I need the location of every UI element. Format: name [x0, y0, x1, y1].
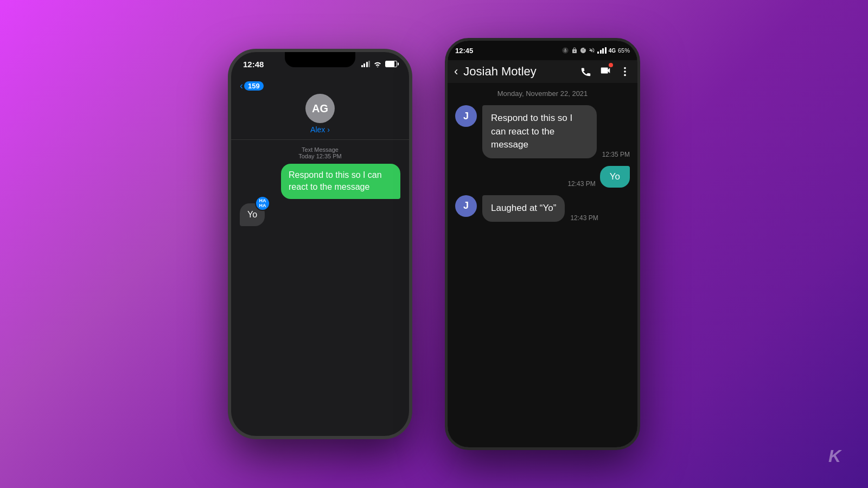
incoming-bubble: Yo HAHA — [240, 203, 265, 226]
message-time-1: 12:35 PM — [602, 151, 630, 158]
network-type: 4G — [609, 48, 616, 54]
notification-badge: 159 — [244, 81, 264, 91]
reaction-badge: HAHA — [255, 196, 270, 211]
incoming-bubble-2: Laughed at “Yo” — [482, 195, 565, 222]
android-back-button[interactable]: ‹ — [454, 65, 458, 79]
alarm-icon — [580, 47, 586, 54]
android-time: 12:45 — [455, 47, 473, 55]
video-call-button-wrap — [599, 65, 611, 79]
message-meta: Text Message Today 12:35 PM — [240, 146, 400, 159]
outgoing-message-row: 12:43 PM Yo — [455, 166, 630, 188]
imessage-back-row: ‹ 159 — [240, 80, 400, 92]
contact-name[interactable]: Alex › — [310, 125, 330, 134]
android-header-icons — [580, 65, 631, 79]
outgoing-bubble: Yo — [600, 166, 630, 188]
imessage-header: ‹ 159 AG Alex › — [231, 76, 409, 140]
mic-icon — [561, 47, 569, 54]
iphone-notch — [285, 52, 355, 67]
iphone-time: 12:48 — [243, 60, 264, 69]
iphone-status-bar: 12:48 — [231, 52, 409, 76]
message-time-2: 12:43 PM — [567, 180, 595, 188]
outgoing-bubble: Respond to this so I can react to the me… — [281, 164, 400, 199]
svg-point-3 — [624, 74, 626, 76]
battery-percent: 65% — [618, 47, 630, 54]
phone-icon[interactable] — [580, 66, 592, 78]
android-signal-icon — [597, 47, 607, 54]
signal-bars-icon — [361, 61, 371, 67]
incoming-message-row-1: J Respond to this so I can react to the … — [455, 105, 630, 158]
outgoing-message-row: Respond to this so I can react to the me… — [240, 164, 400, 199]
message-time-3: 12:43 PM — [570, 214, 598, 222]
mute-icon — [589, 47, 595, 54]
iphone-status-icons — [361, 61, 398, 67]
android-status-icons: 4G 65% — [561, 47, 630, 54]
android-chat-body: Monday, November 22, 2021 J Respond to t… — [448, 83, 637, 447]
iphone-screen: ‹ 159 AG Alex › Text Message Today 12:35… — [231, 76, 409, 436]
svg-point-2 — [624, 70, 626, 73]
lock-icon — [571, 47, 578, 54]
android-chat-header: ‹ Josiah Motley — [448, 60, 637, 83]
incoming-message-row-2: J Laughed at “Yo” 12:43 PM — [455, 195, 630, 222]
svg-point-1 — [624, 67, 626, 69]
watermark: K — [828, 446, 841, 466]
incoming-bubble-1: Respond to this so I can react to the me… — [482, 105, 597, 158]
sender-avatar-1: J — [455, 105, 477, 127]
android-frame: 12:45 — [445, 38, 640, 450]
incoming-message-row: Yo HAHA — [240, 203, 400, 226]
more-icon[interactable] — [619, 66, 631, 78]
android-status-bar: 12:45 — [448, 41, 637, 60]
back-chevron-icon: ‹ — [240, 80, 243, 92]
android-contact-name: Josiah Motley — [463, 65, 575, 79]
battery-icon — [385, 61, 397, 67]
wifi-icon — [373, 61, 382, 67]
video-notification-dot — [609, 63, 613, 67]
iphone-frame: 12:48 ‹ 159 — [228, 49, 412, 439]
sender-avatar-2: J — [455, 195, 477, 217]
back-button[interactable]: ‹ 159 — [240, 80, 264, 92]
imessage-chat-body: Text Message Today 12:35 PM Respond to t… — [231, 140, 409, 436]
contact-avatar: AG — [305, 94, 335, 123]
date-separator: Monday, November 22, 2021 — [455, 89, 630, 98]
